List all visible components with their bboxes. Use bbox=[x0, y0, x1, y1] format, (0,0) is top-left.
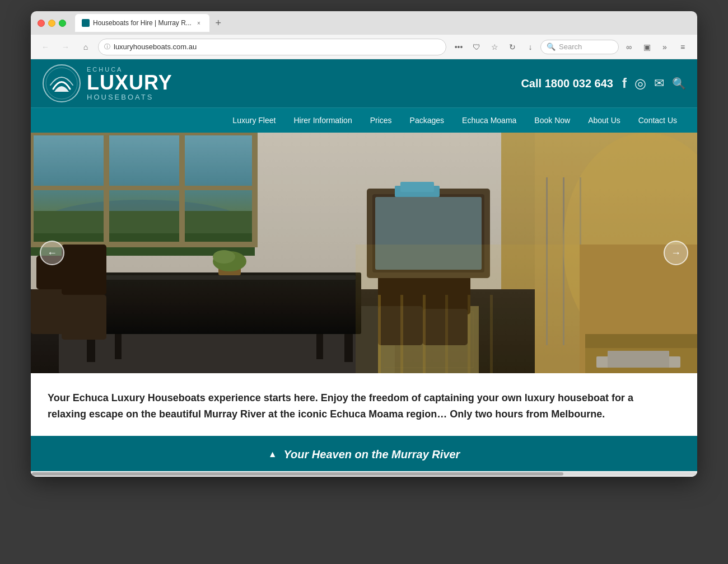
sidebar-button[interactable]: ▣ bbox=[639, 39, 655, 55]
tab-favicon bbox=[82, 19, 90, 27]
header-right: Call 1800 032 643 f ◎ ✉ 🔍 bbox=[521, 76, 686, 91]
bottom-banner[interactable]: ▲ Your Heaven on the Murray River bbox=[31, 438, 697, 471]
svg-point-1 bbox=[46, 68, 77, 99]
tripadvisor-icon[interactable]: ◎ bbox=[634, 76, 646, 91]
logo-icon bbox=[42, 64, 81, 103]
nav-item-contact-us[interactable]: Contact Us bbox=[629, 108, 686, 133]
refresh-button[interactable]: ↻ bbox=[505, 39, 520, 55]
nav-item-about-us[interactable]: About Us bbox=[579, 108, 629, 133]
close-button[interactable] bbox=[38, 20, 45, 27]
banner-arrow-icon: ▲ bbox=[268, 449, 277, 459]
tab-bar: Houseboats for Hire | Murray R... × + bbox=[75, 14, 690, 32]
infinity-button[interactable]: ∞ bbox=[621, 39, 637, 55]
header-icons: f ◎ ✉ 🔍 bbox=[622, 76, 686, 91]
nav-item-packages[interactable]: Packages bbox=[401, 108, 453, 133]
minimize-button[interactable] bbox=[48, 20, 55, 27]
email-icon[interactable]: ✉ bbox=[654, 76, 664, 91]
svg-rect-56 bbox=[31, 133, 697, 373]
logo-luxury: LUXURY bbox=[87, 73, 172, 93]
bookmark-button[interactable]: ☆ bbox=[487, 39, 502, 55]
search-icon[interactable]: 🔍 bbox=[672, 77, 686, 90]
banner-text: Your Heaven on the Murray River bbox=[283, 448, 460, 461]
website-content: ECHUCA LUXURY HOUSEBOATS Call 1800 032 6… bbox=[31, 59, 697, 477]
new-tab-button[interactable]: + bbox=[211, 15, 226, 31]
scrollbar-track[interactable] bbox=[32, 472, 696, 476]
forward-button[interactable]: → bbox=[58, 39, 73, 55]
menu-button[interactable]: ≡ bbox=[675, 39, 690, 55]
toolbar-actions: ••• 🛡 ☆ ↻ ↓ 🔍 Search ∞ ▣ » ≡ bbox=[451, 39, 690, 55]
scrollbar[interactable] bbox=[31, 471, 697, 477]
hero-image bbox=[31, 133, 697, 373]
site-header: ECHUCA LUXURY HOUSEBOATS Call 1800 032 6… bbox=[31, 59, 697, 133]
url-text: luxuryhouseboats.com.au bbox=[114, 43, 197, 51]
intro-text: Your Echuca Luxury Houseboats experience… bbox=[48, 390, 664, 422]
logo-area[interactable]: ECHUCA LUXURY HOUSEBOATS bbox=[42, 64, 172, 103]
shield-icon: 🛡 bbox=[469, 39, 484, 55]
home-button[interactable]: ⌂ bbox=[78, 39, 94, 55]
security-icon: ⓘ bbox=[104, 43, 110, 51]
intro-section: Your Echuca Luxury Houseboats experience… bbox=[31, 373, 697, 438]
site-nav: Luxury Fleet Hirer Information Prices Pa… bbox=[31, 107, 697, 133]
browser-window: Houseboats for Hire | Murray R... × + ← … bbox=[31, 11, 697, 477]
tab-title: Houseboats for Hire | Murray R... bbox=[93, 19, 192, 27]
call-number: Call 1800 032 643 bbox=[521, 77, 613, 90]
svg-point-0 bbox=[43, 65, 80, 102]
slider-next-button[interactable]: → bbox=[664, 241, 688, 265]
extend-button[interactable]: » bbox=[657, 39, 673, 55]
facebook-icon[interactable]: f bbox=[622, 76, 627, 91]
logo-houseboats: HOUSEBOATS bbox=[87, 93, 172, 101]
maximize-button[interactable] bbox=[59, 20, 66, 27]
right-arrow-icon: → bbox=[671, 247, 681, 259]
hero-slider: ← → bbox=[31, 133, 697, 373]
back-button[interactable]: ← bbox=[38, 39, 53, 55]
browser-titlebar: Houseboats for Hire | Murray R... × + bbox=[31, 11, 697, 35]
active-tab[interactable]: Houseboats for Hire | Murray R... × bbox=[75, 14, 209, 32]
traffic-lights bbox=[38, 20, 66, 27]
logo-text: ECHUCA LUXURY HOUSEBOATS bbox=[87, 66, 172, 101]
left-arrow-icon: ← bbox=[47, 247, 57, 259]
browser-search-icon: 🔍 bbox=[547, 43, 556, 51]
nav-item-prices[interactable]: Prices bbox=[361, 108, 401, 133]
address-bar[interactable]: ⓘ luxuryhouseboats.com.au bbox=[98, 39, 446, 55]
nav-item-echuca-moama[interactable]: Echuca Moama bbox=[453, 108, 525, 133]
browser-search-box[interactable]: 🔍 Search bbox=[540, 40, 619, 54]
slider-prev-button[interactable]: ← bbox=[40, 241, 64, 265]
nav-item-hirer-information[interactable]: Hirer Information bbox=[284, 108, 361, 133]
scrollbar-thumb[interactable] bbox=[32, 472, 563, 476]
download-button[interactable]: ↓ bbox=[522, 39, 538, 55]
header-top: ECHUCA LUXURY HOUSEBOATS Call 1800 032 6… bbox=[31, 59, 697, 107]
browser-search-label: Search bbox=[559, 43, 582, 51]
nav-item-book-now[interactable]: Book Now bbox=[525, 108, 579, 133]
tab-close-button[interactable]: × bbox=[195, 19, 203, 27]
more-button[interactable]: ••• bbox=[451, 39, 466, 55]
nav-item-luxury-fleet[interactable]: Luxury Fleet bbox=[223, 108, 284, 133]
browser-toolbar: ← → ⌂ ⓘ luxuryhouseboats.com.au ••• 🛡 ☆ … bbox=[31, 35, 697, 59]
